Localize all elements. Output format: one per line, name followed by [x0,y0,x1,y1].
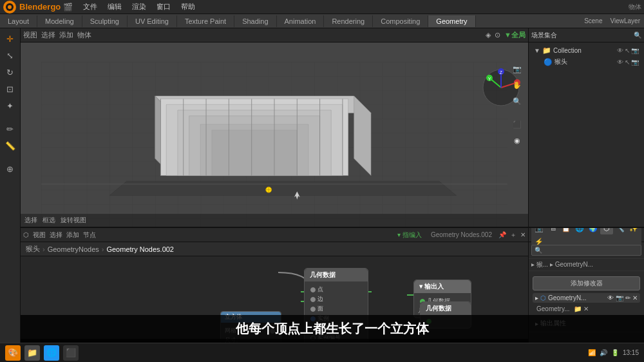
tab-compositing[interactable]: Compositing [373,15,428,27]
tab-shading[interactable]: Shading [234,15,276,27]
viewport-shading-material-icon[interactable]: ◉ [510,133,524,148]
eye-icon[interactable]: 👁 [617,47,623,54]
modifier-expand-icon[interactable]: ▸ [535,294,538,301]
svg-marker-13 [212,130,297,176]
viewport-mode-icon[interactable]: ▼全局 [504,30,526,40]
viewport-3d[interactable]: 视图 选择 添加 物体 ◈ ⊙ ▼全局 用户透视 (1) Collection … [21,28,528,228]
ne-type-icon[interactable]: ⬡ [23,231,29,238]
prop-object-icon[interactable]: ⬡ [600,228,613,234]
prop-world-icon[interactable]: 🌍 [587,228,600,234]
node-output-2: 几何数据 [420,301,471,329]
ne-select-menu[interactable]: 选择 [50,231,62,240]
monkey-eye-icon[interactable]: 👁 [617,59,623,66]
ne-close-icon[interactable]: ✕ [520,231,526,238]
viewport-object-menu[interactable]: 物体 [77,30,91,40]
viewport-overlay-icon[interactable]: ⊙ [495,31,500,39]
sidebar-annotate-icon[interactable]: ✏ [3,121,18,137]
taskbar-time: 13:15 [623,349,639,356]
viewport-shading-solid-icon[interactable]: ⬛ [510,117,524,131]
tab-geometry[interactable]: Geometry [428,15,475,27]
bc-geometry-nodes[interactable]: GeometryNodes [48,245,99,253]
tab-layout[interactable]: Layout [0,15,37,27]
monkey-pointer-icon[interactable]: ↖ [625,59,630,66]
pointer-icon[interactable]: ↖ [625,47,630,54]
taskbar-terminal[interactable]: ⬛ [63,345,79,361]
sidebar-rotate-icon[interactable]: ↻ [3,64,18,80]
tab-animation[interactable]: Animation [277,15,325,27]
modifier-visibility-icon[interactable]: 👁 [607,294,614,301]
menu-wenjian[interactable]: 文件 [78,1,102,13]
ne-pin-icon[interactable]: 📌 [498,231,506,238]
tab-rendering[interactable]: Rendering [324,15,373,27]
tree-item-monkey[interactable]: 🔵 猴头 👁 ↖ 📷 [531,56,641,68]
camera-icon[interactable]: 📷 [631,47,639,54]
taskbar-battery-icon: 🔋 [611,349,619,356]
viewport-hand-icon[interactable]: ✋ [510,78,524,92]
viewport-add-menu[interactable]: 添加 [59,30,73,40]
ne-geometry-nodes-label: Geometry Nodes.002 [431,231,492,238]
bc-geometry-nodes-002[interactable]: Geometry Nodes.002 [106,245,174,253]
tree-item-collection[interactable]: ▼ 📁 Collection 👁 ↖ 📷 [531,45,641,56]
modifier-delete-icon[interactable]: ✕ [632,294,638,301]
prop-scene-icon[interactable]: 🌐 [573,228,586,234]
viewport-rotate-label[interactable]: 旋转视图 [61,216,86,225]
node-output-header: ▾ 输出入 [414,280,471,293]
tree-monkey-controls: 👁 ↖ 📷 [617,59,639,66]
ne-new-icon[interactable]: ＋ [510,231,516,240]
bc-sep2: › [102,245,104,253]
sidebar-measure-icon[interactable]: 📏 [3,138,18,153]
center-area: 视图 选择 添加 物体 ◈ ⊙ ▼全局 用户透视 (1) Collection … [21,28,528,362]
right-properties: 📷 🖥 📋 🌐 🌍 ⬡ 🔧 ✨ ⚡ ▸ 猴... ▸ GeometryN... [529,228,644,362]
tab-texture-paint[interactable]: Texture Paint [177,15,234,27]
add-modifier-button[interactable]: 添加修改器 [533,276,640,291]
taskbar-browser[interactable]: 🌐 [44,345,59,361]
menu-bianji[interactable]: 编辑 [102,1,127,13]
viewport-select-label[interactable]: 选择 [24,216,37,225]
node-editor[interactable]: ⬡ 视图 选择 添加 节点 ▾ 指编入 Geometry Nodes.002 📌… [21,228,528,362]
sidebar-add-icon[interactable]: ⊕ [3,161,18,176]
viewport-canvas[interactable]: X Y Z 📷 ✋ 🔍 [21,43,528,227]
ne-add-menu[interactable]: 添加 [66,231,79,240]
modifier-name: GeometryN... [548,294,605,301]
tab-modeling[interactable]: Modeling [37,15,82,27]
ne-view-menu[interactable]: 视图 [33,231,46,240]
menu-chuangkou[interactable]: 窗口 [151,1,176,13]
sidebar-cursor-icon[interactable]: ✛ [3,31,18,46]
menu-bangzhu[interactable]: 帮助 [176,1,200,13]
modifier-render-icon[interactable]: 📷 [616,294,623,301]
viewport-select-menu[interactable]: 选择 [41,30,55,40]
node-output-point: 点 [308,285,364,294]
prop-render-icon[interactable]: 📷 [533,228,545,234]
ne-node-menu[interactable]: 节点 [83,231,96,240]
node-output-instance2: 实例 [308,314,364,323]
viewport-view-menu[interactable]: 视图 [23,30,37,40]
taskbar-files[interactable]: 📁 [24,345,40,361]
viewport-camera-icon[interactable]: 📷 [510,62,524,76]
monkey-camera-icon[interactable]: 📷 [631,59,639,66]
prop-view-layer-icon[interactable]: 📋 [560,228,573,234]
output-expand-icon[interactable]: ▸ [535,320,538,327]
prop-modifier-icon[interactable]: 🔧 [614,228,627,234]
sidebar-transform-icon[interactable]: ✦ [3,98,18,113]
props-search-input[interactable] [531,245,641,256]
tab-uv-editing[interactable]: UV Editing [128,15,177,27]
viewport-right-tools: 📷 ✋ 🔍 ⬛ ◉ [510,62,524,148]
sidebar-move-icon[interactable]: ⤡ [3,48,18,63]
prop-output-icon[interactable]: 🖥 [546,228,559,234]
menu-xuanran[interactable]: 渲染 [127,1,151,13]
ne-add-indicator[interactable]: ▾ 指编入 [397,231,422,240]
object-label: 物体 [629,3,641,12]
bc-monkey[interactable]: 猴头 [26,244,40,254]
outliner-filter-icon[interactable]: 🔍 [634,32,641,39]
viewport-box-select-label[interactable]: 框选 [43,216,55,225]
prop-particles-icon[interactable]: ✨ [627,228,640,234]
viewport-shading-icon[interactable]: ◈ [486,31,491,39]
modifier-edit-icon[interactable]: ✏ [625,294,630,301]
modifier-path-label: ▸ 猴... ▸ GeometryN... [531,260,593,269]
viewport-bottom-bar: 选择 框选 旋转视图 [21,214,528,227]
view-layer-label: ViewLayer [606,17,644,24]
tab-sculpting[interactable]: Sculpting [82,15,128,27]
sidebar-scale-icon[interactable]: ⊡ [3,81,18,97]
taskbar-blender[interactable]: 🎨 [5,345,21,361]
viewport-zoom-icon[interactable]: 🔍 [510,94,524,108]
